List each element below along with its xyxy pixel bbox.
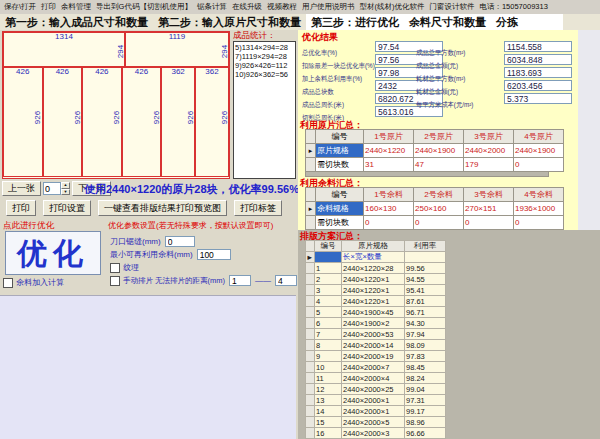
min-remnant-input[interactable] xyxy=(197,249,231,260)
row-selector-cell[interactable] xyxy=(306,428,315,439)
summary-row[interactable]: 需切块数0000 xyxy=(306,216,564,230)
plan-row[interactable]: 92440×2000×1997.83 xyxy=(306,351,446,362)
result-field-value[interactable]: 1183.693 xyxy=(504,67,572,78)
texture-checkbox[interactable]: 纹理 xyxy=(110,262,139,273)
row-selector-cell[interactable] xyxy=(306,274,315,285)
menu-item[interactable]: 门窗设计软件 xyxy=(429,2,474,12)
menu-item[interactable]: 视频教程 xyxy=(267,2,297,12)
kerf-label: 刀口锯缝(mm) xyxy=(110,236,161,247)
plan-header-row: 编号原片规格利用率 xyxy=(306,241,446,252)
plan-id-cell: 2 xyxy=(315,274,342,285)
plan-row[interactable]: 82440×2000×1498.09 xyxy=(306,340,446,351)
summary-row[interactable]: ►余料规格160×130250×160270×1511936×1000 xyxy=(306,202,564,216)
plan-spec-cell: 2440×2000×1 xyxy=(342,406,405,417)
plan-row[interactable]: 162440×2000×396.66 xyxy=(306,428,446,439)
row-selector-cell[interactable] xyxy=(306,340,315,351)
summary-row[interactable]: ►原片规格2440×12202440×19002440×20002440×190… xyxy=(306,144,564,158)
piece-width-label: 426 xyxy=(4,67,42,76)
piece-height-label: 926 xyxy=(112,111,121,124)
row-selector-cell[interactable] xyxy=(306,395,315,406)
row-selector-cell[interactable] xyxy=(306,384,315,395)
plan-rate-cell: 97.94 xyxy=(405,329,446,340)
row-selector-cell[interactable] xyxy=(306,417,315,428)
row-selector-cell[interactable] xyxy=(306,307,315,318)
tab[interactable]: 分拣 xyxy=(491,14,523,30)
menu-item[interactable]: 在线升级 xyxy=(232,2,262,12)
row-selector-cell[interactable] xyxy=(306,373,315,384)
product-stats-list[interactable]: 5)1314×294=287)1119×294=289)926×426=1121… xyxy=(233,41,296,179)
menu-item[interactable]: 型材(线材)优化软件 xyxy=(359,2,424,12)
print-button[interactable]: 一键查看排版结果打印预览图 xyxy=(98,200,227,216)
plan-selected-cell xyxy=(315,252,342,263)
product-stats-item: 5)1314×294=28 xyxy=(235,43,294,52)
row-selector-arrow-icon[interactable]: ► xyxy=(306,144,316,158)
row-selector-cell[interactable] xyxy=(306,216,316,230)
plan-summary-table[interactable]: 编号原片规格利用率►长×宽×数量12440×1220×2899.5622440×… xyxy=(305,240,446,439)
plan-row[interactable]: 52440×1900×4596.71 xyxy=(306,307,446,318)
result-field-value[interactable]: 1154.558 xyxy=(504,41,572,52)
plan-row[interactable]: 12440×1220×2899.56 xyxy=(306,263,446,274)
row-selector-cell[interactable] xyxy=(306,158,316,172)
spin-down-icon[interactable]: ▼ xyxy=(61,189,70,196)
print-button[interactable]: 打印设置 xyxy=(43,200,91,216)
row-selector-arrow-icon[interactable]: ► xyxy=(306,252,315,263)
optimize-button[interactable]: 优化 xyxy=(5,231,101,275)
summary-column-header: 4号余料 xyxy=(514,188,564,202)
menu-item[interactable]: 保存\打开 xyxy=(4,2,36,12)
plan-row[interactable]: 132440×2000×197.31 xyxy=(306,395,446,406)
print-button[interactable]: 打印标签 xyxy=(234,200,282,216)
sheet-summary-table[interactable]: 编号1号原片2号原片3号原片4号原片►原片规格2440×12202440×190… xyxy=(305,129,564,172)
row-selector-cell[interactable] xyxy=(306,318,315,329)
plan-row[interactable]: 22440×1220×194.55 xyxy=(306,274,446,285)
row-selector-arrow-icon[interactable]: ► xyxy=(306,202,316,216)
row-selector-cell[interactable] xyxy=(306,406,315,417)
results-fields-right: 成品总平方数(m²)1154.558成品总金额(元)6034.848耗材总平方数… xyxy=(416,41,578,106)
menu-item[interactable]: 用户使用说明书 xyxy=(302,2,355,12)
plan-row[interactable]: 102440×2000×798.45 xyxy=(306,362,446,373)
summary-row[interactable]: 需切块数31471790 xyxy=(306,158,564,172)
result-field-row: 成品总金额(元)6034.848 xyxy=(416,54,578,67)
kerf-input[interactable] xyxy=(165,236,195,247)
row-selector-cell[interactable] xyxy=(306,285,315,296)
row-selector-cell[interactable] xyxy=(306,329,315,340)
manual-layout-checkbox[interactable]: 手动排片 无法排片的距离(mm) xyxy=(110,276,225,286)
plan-row[interactable]: 72440×2000×5397.94 xyxy=(306,329,446,340)
plan-row[interactable]: 142440×2000×199.17 xyxy=(306,406,446,417)
plan-id-cell: 10 xyxy=(315,362,342,373)
plan-row[interactable]: 122440×2000×2599.04 xyxy=(306,384,446,395)
manual-to-input[interactable] xyxy=(275,275,297,286)
tab[interactable]: 第一步：输入成品尺寸和数量 xyxy=(0,14,153,30)
diagram-top-row: 13142941119294 xyxy=(3,32,229,67)
cutting-diagram[interactable]: 13142941119294 4269264269264269264269263… xyxy=(2,31,230,179)
plan-spec-cell: 2440×1220×1 xyxy=(342,296,405,307)
plan-row[interactable]: 42440×1220×187.61 xyxy=(306,296,446,307)
row-selector-cell[interactable] xyxy=(306,296,315,307)
print-button[interactable]: 打印 xyxy=(6,200,36,216)
plan-row[interactable]: 62440×1900×294.30 xyxy=(306,318,446,329)
plan-row[interactable]: 32440×1220×195.41 xyxy=(306,285,446,296)
min-remnant-row: 最小可再利用余料(mm) xyxy=(110,249,231,260)
params-title: 优化参数设置(若无特殊要求，按默认设置即可) xyxy=(108,220,273,231)
plan-row[interactable]: 112440×2000×498.24 xyxy=(306,373,446,384)
sheet-number-input[interactable] xyxy=(43,182,61,195)
tab[interactable]: 第二步：输入原片尺寸和数量 xyxy=(153,14,306,30)
plan-row[interactable]: 152440×2000×598.96 xyxy=(306,417,446,428)
menu-item[interactable]: 打印 xyxy=(41,2,56,12)
remnant-summary-table[interactable]: 编号1号余料2号余料3号余料4号余料►余料规格160×130250×160270… xyxy=(305,187,564,230)
result-field-value[interactable]: 5.373 xyxy=(504,93,572,104)
tab[interactable]: 余料尺寸和数量 xyxy=(404,14,491,30)
menu-item[interactable]: 导出到G代码【切割机使用】 xyxy=(96,2,192,12)
menu-item[interactable]: 余料管理 xyxy=(61,2,91,12)
tab[interactable]: 第三步：进行优化 xyxy=(306,14,404,30)
result-field-value[interactable]: 6203.456 xyxy=(504,80,572,91)
menu-item[interactable]: 锯条计算 xyxy=(197,2,227,12)
result-field-value[interactable]: 6034.848 xyxy=(504,54,572,65)
row-selector-cell[interactable] xyxy=(306,362,315,373)
manual-from-input[interactable] xyxy=(229,275,251,286)
remnant-include-label: 余料加入计算 xyxy=(16,277,64,288)
remnant-include-checkbox[interactable]: 余料加入计算 xyxy=(3,277,64,288)
prev-sheet-button[interactable]: 上一张 xyxy=(2,181,41,196)
plan-subheader-row[interactable]: ►长×宽×数量 xyxy=(306,252,446,263)
row-selector-cell[interactable] xyxy=(306,263,315,274)
row-selector-cell[interactable] xyxy=(306,351,315,362)
